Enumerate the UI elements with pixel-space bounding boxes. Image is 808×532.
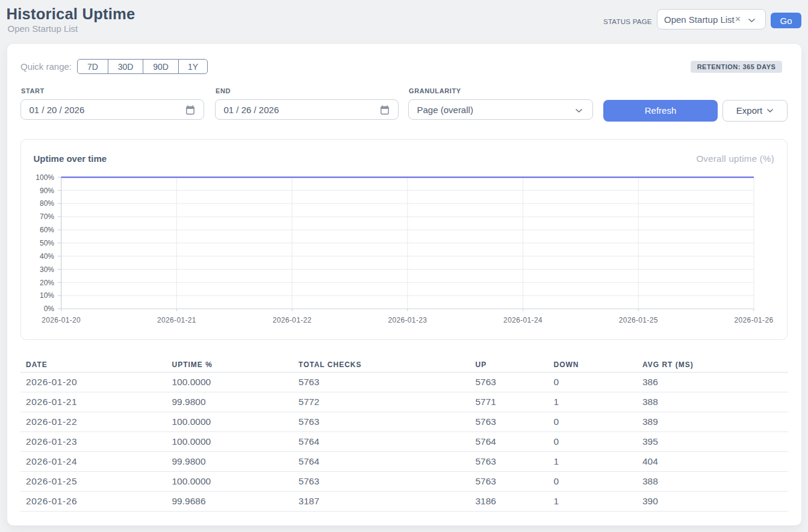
svg-text:90%: 90%: [40, 187, 54, 195]
svg-text:80%: 80%: [40, 199, 54, 208]
svg-text:30%: 30%: [40, 265, 54, 274]
svg-text:2026-01-26: 2026-01-26: [735, 316, 774, 324]
svg-text:20%: 20%: [40, 279, 54, 287]
svg-text:Uptime over time: Uptime over time: [33, 153, 107, 164]
svg-text:2026-01-20: 2026-01-20: [42, 316, 81, 324]
svg-text:40%: 40%: [40, 252, 54, 261]
svg-text:50%: 50%: [40, 239, 54, 247]
svg-text:2026-01-21: 2026-01-21: [157, 316, 196, 324]
svg-text:100%: 100%: [36, 173, 54, 182]
svg-text:2026-01-25: 2026-01-25: [619, 316, 658, 324]
svg-text:2026-01-23: 2026-01-23: [388, 316, 427, 324]
svg-text:10%: 10%: [40, 291, 54, 300]
svg-text:2026-01-22: 2026-01-22: [273, 316, 312, 324]
svg-text:70%: 70%: [40, 212, 54, 221]
svg-text:60%: 60%: [40, 226, 54, 234]
svg-text:0%: 0%: [44, 305, 55, 313]
svg-text:2026-01-24: 2026-01-24: [503, 316, 542, 324]
svg-text:Overall uptime (%): Overall uptime (%): [696, 153, 774, 164]
